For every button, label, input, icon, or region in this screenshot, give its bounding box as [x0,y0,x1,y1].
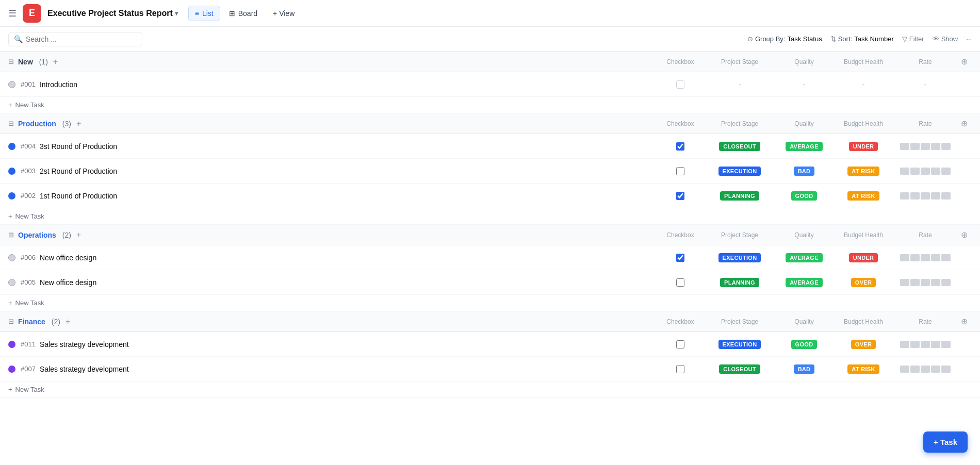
new-task-row[interactable]: +New Task [0,295,980,311]
task-dot [8,168,15,175]
group-by-icon: ⊙ [747,35,753,43]
stage-cell[interactable]: EXECUTION [704,167,776,176]
rate-cell[interactable] [894,279,956,286]
add-column-finance[interactable]: ⊕ [956,317,972,326]
new-task-row[interactable]: +New Task [0,208,980,225]
section-collapse-production[interactable]: ⊟ [8,120,14,127]
stage-badge: EXECUTION [718,167,761,176]
budget-cell[interactable]: - [832,80,894,89]
section-collapse-new[interactable]: ⊟ [8,58,14,65]
task-checkbox[interactable] [676,192,684,200]
new-task-label: New Task [15,101,44,109]
quality-badge: GOOD [791,191,818,201]
list-view-button[interactable]: ≡ List [188,6,220,21]
checkbox-cell[interactable] [657,142,704,151]
section-title-finance: Finance [18,318,45,326]
budget-cell[interactable]: AT RISK [832,191,894,201]
checkbox-cell[interactable] [657,365,704,373]
task-name[interactable]: 3st Round of Production [40,142,657,151]
stage-cell[interactable]: CLOSEOUT [704,364,776,374]
checkbox-cell[interactable] [657,278,704,287]
checkbox-cell[interactable] [657,80,704,89]
group-by-control[interactable]: ⊙ Group By: Task Status [747,35,822,43]
section-collapse-operations[interactable]: ⊟ [8,231,14,239]
task-number: #005 [21,278,36,286]
section-add-operations[interactable]: + [76,230,81,240]
task-name[interactable]: Introduction [40,80,657,89]
section-title-operations: Operations [18,231,56,239]
rate-cell[interactable] [894,341,956,348]
budget-cell[interactable]: UNDER [832,142,894,151]
filter-control[interactable]: ▽ Filter [902,35,924,43]
task-checkbox[interactable] [676,340,684,348]
stage-cell[interactable]: EXECUTION [704,340,776,349]
section-add-new[interactable]: + [53,57,58,67]
task-name[interactable]: 2st Round of Production [40,167,657,175]
quality-cell[interactable]: BAD [776,364,832,374]
rate-cell[interactable]: - [894,80,956,89]
rate-cell[interactable] [894,168,956,175]
section-count-production: (3) [60,120,71,128]
task-name[interactable]: New office design [40,278,657,287]
quality-cell[interactable]: AVERAGE [776,253,832,262]
rate-cell[interactable] [894,366,956,373]
budget-cell[interactable]: AT RISK [832,364,894,374]
quality-cell[interactable]: AVERAGE [776,278,832,287]
checkbox-cell[interactable] [657,340,704,348]
task-number: #006 [21,254,36,261]
quality-badge: BAD [794,364,815,374]
stage-cell[interactable]: EXECUTION [704,253,776,262]
quality-cell[interactable]: GOOD [776,191,832,201]
task-name[interactable]: Sales strategy development [40,340,657,348]
task-checkbox[interactable] [676,278,684,287]
rate-cell[interactable] [894,192,956,200]
task-name[interactable]: Sales strategy development [40,365,657,373]
budget-badge: AT RISK [847,364,879,374]
sidebar-toggle-icon[interactable]: ☰ [8,8,17,19]
stage-cell[interactable]: - [704,80,776,89]
quality-cell[interactable]: BAD [776,167,832,176]
checkbox-cell[interactable] [657,167,704,175]
quality-cell[interactable]: AVERAGE [776,142,832,151]
search-box[interactable]: 🔍 [8,32,142,46]
board-view-button[interactable]: ⊞ Board [222,6,264,21]
table-row: #004 3st Round of Production CLOSEOUT AV… [0,134,980,159]
more-options[interactable]: ··· [966,35,972,43]
task-checkbox[interactable] [676,365,684,373]
checkbox-cell[interactable] [657,192,704,200]
stage-empty: - [739,80,741,89]
quality-cell[interactable]: - [776,80,832,89]
new-task-plus-icon: + [8,101,12,109]
quality-cell[interactable]: GOOD [776,340,832,349]
budget-cell[interactable]: OVER [832,340,894,349]
task-number: #001 [21,80,36,88]
budget-cell[interactable]: UNDER [832,253,894,262]
new-task-row[interactable]: +New Task [0,97,980,113]
stage-cell[interactable]: PLANNING [704,278,776,287]
rate-cell[interactable] [894,254,956,261]
budget-badge: UNDER [849,253,878,262]
task-name[interactable]: 1st Round of Production [40,192,657,200]
task-checkbox[interactable] [676,167,684,175]
task-checkbox[interactable] [676,254,684,262]
sort-control[interactable]: ⇅ Sort: Task Number [830,35,894,43]
section-add-production[interactable]: + [76,119,81,128]
section-collapse-finance[interactable]: ⊟ [8,318,14,325]
stage-cell[interactable]: CLOSEOUT [704,142,776,151]
add-column-operations[interactable]: ⊕ [956,230,972,240]
add-column-production[interactable]: ⊕ [956,119,972,128]
budget-cell[interactable]: OVER [832,278,894,287]
show-control[interactable]: 👁 Show [933,35,958,43]
add-view-button[interactable]: + View [266,6,301,21]
new-task-row[interactable]: +New Task [0,381,980,398]
checkbox-cell[interactable] [657,254,704,262]
section-add-finance[interactable]: + [66,317,70,326]
add-column-new[interactable]: ⊕ [956,57,972,67]
rate-cell[interactable] [894,143,956,150]
task-checkbox[interactable] [676,142,684,151]
task-name[interactable]: New office design [40,254,657,262]
search-input[interactable] [26,35,137,43]
title-dropdown-icon[interactable]: ▾ [175,10,178,17]
stage-cell[interactable]: PLANNING [704,191,776,201]
budget-cell[interactable]: AT RISK [832,167,894,176]
